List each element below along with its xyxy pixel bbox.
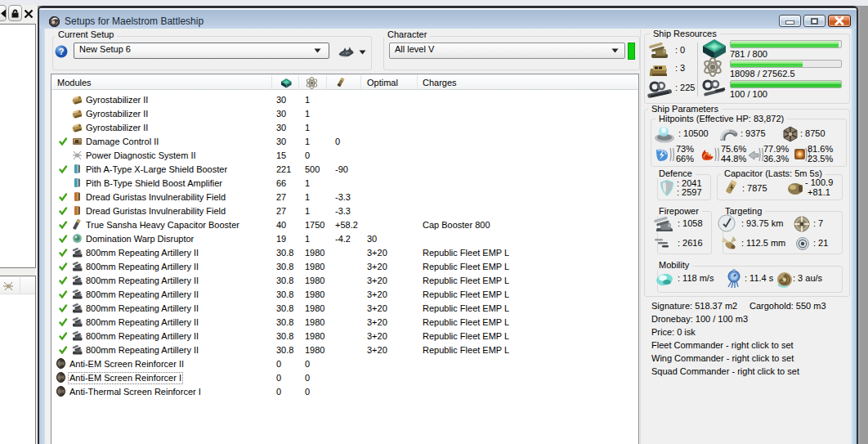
svg-text:?: ? [59,47,65,56]
